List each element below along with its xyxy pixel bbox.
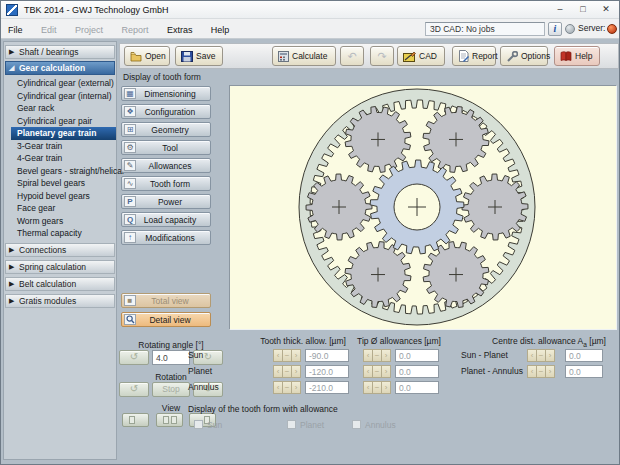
tooth-form-canvas[interactable] <box>229 85 617 330</box>
chevron-right-icon: ▶ <box>9 295 14 307</box>
sidebar-item-cylindrical-gear-pair[interactable]: Cylindrical gear pair <box>4 115 116 128</box>
save-button[interactable]: Save <box>175 46 223 66</box>
tooth-form-icon: ∿ <box>124 178 136 189</box>
geometry-button[interactable]: ⊞Geometry <box>121 122 211 137</box>
undo-button: ↶ <box>340 46 364 66</box>
maximize-button[interactable]: □ <box>572 2 594 17</box>
sidebar-item-planetary-gear-train[interactable]: Planetary gear train <box>11 127 116 140</box>
rotation-left-button[interactable]: ↺ <box>119 382 149 397</box>
title-bar: TBK 2014 - GWJ Technology GmbH – □ ✕ <box>1 1 619 19</box>
sidebar-item-hypoid-bevel-gears[interactable]: Hypoid bevel gears <box>4 190 116 203</box>
options-tool-icon <box>506 51 518 62</box>
magnifier-icon <box>124 314 136 325</box>
configuration-button[interactable]: ❖Configuration <box>121 104 211 119</box>
calculate-button[interactable]: Calculate <box>272 46 336 66</box>
sidebar-item-3-gear-train[interactable]: 3-Gear train <box>4 140 116 153</box>
sidebar-item-cylindrical-gear-internal[interactable]: Cylindrical gear (internal) <box>4 90 116 103</box>
load-capacity-icon: Q <box>124 214 136 225</box>
cad-status-led <box>565 24 575 34</box>
step-right-icon[interactable]: › <box>291 349 301 362</box>
sidebar-section-belt-calculation[interactable]: ▶Belt calculation <box>5 277 115 291</box>
sidebar-item-cylindrical-gear-external[interactable]: Cylindrical gear (external) <box>4 77 116 90</box>
annulus-tip-allowance-field[interactable]: 0.0 <box>395 381 439 394</box>
tip-allowances-header: Tip Ø allowances [µm] <box>351 336 447 346</box>
help-button[interactable]: Help <box>554 46 600 66</box>
sidebar-section-connections[interactable]: ▶Connections <box>5 243 115 257</box>
sun-tooth-allowance-field[interactable]: -90.0 <box>305 349 349 362</box>
minimize-button[interactable]: – <box>549 2 571 17</box>
sidebar-item-gear-rack[interactable]: Gear rack <box>4 102 116 115</box>
annulus-row-label: Annulus <box>188 382 219 392</box>
annulus-checkbox-label: Annulus <box>365 420 396 430</box>
dimensioning-button[interactable]: ▦Dimensioning <box>121 86 211 101</box>
main-toolbar: Open Save Calculate ↶ ↷ CAD Report Optio… <box>119 43 619 69</box>
load-capacity-button[interactable]: QLoad capacity <box>121 212 211 227</box>
options-button[interactable]: Options <box>500 46 548 66</box>
planet-tip-allowance-field[interactable]: 0.0 <box>395 365 439 378</box>
open-folder-icon <box>130 51 142 62</box>
tool-gear-icon: ⚙ <box>124 142 136 153</box>
power-button[interactable]: PPower <box>121 194 211 209</box>
close-button[interactable]: ✕ <box>595 2 617 17</box>
geometry-icon: ⊞ <box>124 124 136 135</box>
rotating-angle-input[interactable]: 4.0 <box>152 350 190 365</box>
sun-planet-centre-field[interactable]: 0.0 <box>565 349 603 362</box>
open-button[interactable]: Open <box>124 46 170 66</box>
planet-tip-stepper[interactable]: ‹−› <box>363 365 390 378</box>
server-label: Server: <box>578 23 605 33</box>
menu-extras[interactable]: Extras <box>160 21 200 35</box>
sun-checkbox <box>194 420 203 429</box>
allowances-button[interactable]: ✎Allowances <box>121 158 211 173</box>
info-icon[interactable]: i <box>548 22 562 36</box>
modifications-button[interactable]: ↑Modifications <box>121 230 211 245</box>
configuration-icon: ❖ <box>124 106 136 117</box>
detail-view-button[interactable]: Detail view <box>121 312 211 327</box>
menu-project: Project <box>68 21 110 35</box>
server-status-led <box>607 24 617 34</box>
sidebar-item-bevel-gears[interactable]: Bevel gears - straight/helical <box>4 165 116 178</box>
tool-button[interactable]: ⚙Tool <box>121 140 211 155</box>
sidebar-item-4-gear-train[interactable]: 4-Gear train <box>4 152 116 165</box>
power-icon: P <box>124 196 136 207</box>
chevron-right-icon: ▶ <box>9 261 14 273</box>
menu-file[interactable]: File <box>1 21 30 35</box>
tooth-form-button[interactable]: ∿Tooth form <box>121 176 211 191</box>
annulus-tooth-stepper[interactable]: ‹−› <box>273 381 300 394</box>
sun-planet-label: Sun - Planet <box>461 350 508 360</box>
view-split-button[interactable] <box>156 413 183 427</box>
planetary-gear-diagram <box>230 86 616 333</box>
view-left-icon <box>129 416 135 424</box>
view-left-button[interactable] <box>122 413 149 427</box>
cad-button[interactable]: CAD <box>397 46 445 66</box>
sidebar-item-thermal-capacity[interactable]: Thermal capacity <box>4 227 116 240</box>
rotating-angle-label: Rotating angle [°] <box>119 340 223 350</box>
menu-help[interactable]: Help <box>204 21 237 35</box>
planet-tooth-allowance-field[interactable]: -120.0 <box>305 365 349 378</box>
sidebar-section-gratis-modules[interactable]: ▶Gratis modules <box>5 294 115 308</box>
chevron-right-icon: ▶ <box>9 278 14 290</box>
modifications-icon: ↑ <box>124 232 136 243</box>
rotate-left-button[interactable]: ↺ <box>119 350 149 365</box>
sidebar-item-spiral-bevel-gears[interactable]: Spiral bevel gears <box>4 177 116 190</box>
chevron-right-icon: ▶ <box>9 46 14 58</box>
planet-annulus-centre-field[interactable]: 0.0 <box>565 365 603 378</box>
chevron-expanded-icon: ◢ <box>9 62 14 74</box>
planet-annulus-stepper[interactable]: ‹−› <box>527 365 554 378</box>
sidebar-item-face-gear[interactable]: Face gear <box>4 202 116 215</box>
sidebar-section-gear-calculation[interactable]: ◢Gear calculation <box>5 61 115 75</box>
sun-tooth-stepper[interactable]: ‹−› <box>273 349 300 362</box>
annulus-tooth-allowance-field[interactable]: -210.0 <box>305 381 349 394</box>
sidebar-section-spring-calculation[interactable]: ▶Spring calculation <box>5 260 115 274</box>
rotation-stop-button: Stop <box>152 382 190 397</box>
annulus-tip-stepper[interactable]: ‹−› <box>363 381 390 394</box>
sun-tip-stepper[interactable]: ‹−› <box>363 349 390 362</box>
sun-planet-stepper[interactable]: ‹−› <box>527 349 554 362</box>
rotate-left-icon: ↺ <box>130 383 138 394</box>
menu-bar: File Edit Project Report Extras Help 3D … <box>1 19 619 39</box>
annulus-checkbox <box>352 420 361 429</box>
sidebar-section-shaft-bearings[interactable]: ▶Shaft / bearings <box>5 45 115 59</box>
report-button[interactable]: Report <box>452 46 496 66</box>
sun-tip-allowance-field[interactable]: 0.0 <box>395 349 439 362</box>
planet-tooth-stepper[interactable]: ‹−› <box>273 365 300 378</box>
sidebar-item-worm-gears[interactable]: Worm gears <box>4 215 116 228</box>
